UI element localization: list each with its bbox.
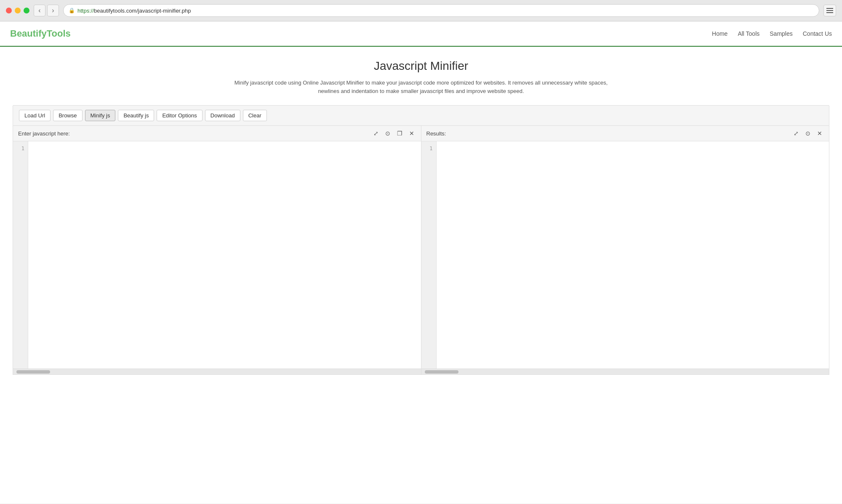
- nav-samples[interactable]: Samples: [770, 30, 792, 37]
- left-editor-actions: ⤢ ⊙ ❐ ✕: [372, 129, 416, 138]
- left-line-numbers: 1: [13, 141, 28, 369]
- browser-menu-button[interactable]: [823, 5, 836, 16]
- minimize-button[interactable]: [15, 8, 21, 13]
- right-editor-panel: Results: ⤢ ⊙ ✕ 1: [421, 126, 829, 374]
- right-copy-icon[interactable]: ⊙: [804, 129, 812, 138]
- toolbar: Load Url Browse Minify js Beautify js Ed…: [13, 105, 829, 126]
- page-description: Minify javascript code using Online Java…: [232, 79, 610, 95]
- left-editor-panel: Enter javascript here: ⤢ ⊙ ❐ ✕ 1: [13, 126, 421, 374]
- browser-chrome: ‹ › 🔒 https://beautifytools.com/javascri…: [0, 0, 842, 21]
- beautify-js-button[interactable]: Beautify js: [118, 110, 154, 121]
- right-editor-label: Results:: [426, 130, 446, 137]
- fullscreen-button[interactable]: [24, 8, 29, 13]
- line-number: 1: [421, 145, 436, 153]
- nav-links: Home All Tools Samples Contact Us: [712, 30, 832, 37]
- editor-options-button[interactable]: Editor Options: [157, 110, 202, 121]
- nav-all-tools[interactable]: All Tools: [738, 30, 759, 37]
- right-close-icon[interactable]: ✕: [815, 129, 824, 138]
- url-https: https://: [77, 8, 94, 14]
- back-button[interactable]: ‹: [34, 5, 45, 16]
- right-editor-body: 1: [421, 141, 829, 369]
- editors-container: Enter javascript here: ⤢ ⊙ ❐ ✕ 1: [13, 126, 829, 375]
- nav-home[interactable]: Home: [712, 30, 727, 37]
- address-bar[interactable]: 🔒 https://beautifytools.com/javascript-m…: [63, 4, 819, 17]
- lock-icon: 🔒: [69, 8, 75, 13]
- line-number: 1: [13, 145, 28, 153]
- site-header: BeautifyTools Home All Tools Samples Con…: [0, 21, 842, 47]
- left-scrollbar-thumb[interactable]: [16, 370, 50, 374]
- load-url-button[interactable]: Load Url: [19, 110, 51, 121]
- right-line-numbers: 1: [421, 141, 437, 369]
- logo-accent: Tools: [47, 28, 71, 39]
- right-scrollbar-thumb[interactable]: [425, 370, 458, 374]
- left-copy-icon[interactable]: ⊙: [384, 129, 392, 138]
- left-editor-label: Enter javascript here:: [18, 130, 70, 137]
- left-expand-icon[interactable]: ⤢: [372, 129, 380, 138]
- forward-button[interactable]: ›: [47, 5, 59, 16]
- right-editor-actions: ⤢ ⊙ ✕: [792, 129, 824, 138]
- download-button[interactable]: Download: [205, 110, 240, 121]
- traffic-lights: [6, 8, 29, 13]
- main-content: Javascript Minifier Minify javascript co…: [0, 47, 842, 383]
- right-editor-textarea[interactable]: [437, 141, 829, 369]
- page-title: Javascript Minifier: [13, 59, 829, 73]
- left-editor-header: Enter javascript here: ⤢ ⊙ ❐ ✕: [13, 126, 421, 141]
- logo-text: Beautify: [10, 28, 47, 39]
- right-editor-scrollbar[interactable]: [421, 369, 829, 374]
- left-editor-body: 1: [13, 141, 421, 369]
- minify-js-button[interactable]: Minify js: [85, 110, 116, 121]
- hamburger-icon: [826, 8, 833, 13]
- left-close-icon[interactable]: ✕: [408, 129, 416, 138]
- url-rest: beautifytools.com/javascript-minifier.ph…: [94, 8, 191, 14]
- nav-contact-us[interactable]: Contact Us: [803, 30, 832, 37]
- page-wrapper: BeautifyTools Home All Tools Samples Con…: [0, 21, 842, 504]
- left-editor-textarea[interactable]: [28, 141, 421, 369]
- left-paste-icon[interactable]: ❐: [395, 129, 404, 138]
- left-editor-scrollbar[interactable]: [13, 369, 421, 374]
- right-editor-header: Results: ⤢ ⊙ ✕: [421, 126, 829, 141]
- logo: BeautifyTools: [10, 28, 71, 39]
- clear-button[interactable]: Clear: [243, 110, 267, 121]
- browse-button[interactable]: Browse: [53, 110, 82, 121]
- right-expand-icon[interactable]: ⤢: [792, 129, 800, 138]
- nav-buttons: ‹ ›: [34, 5, 59, 16]
- close-button[interactable]: [6, 8, 12, 13]
